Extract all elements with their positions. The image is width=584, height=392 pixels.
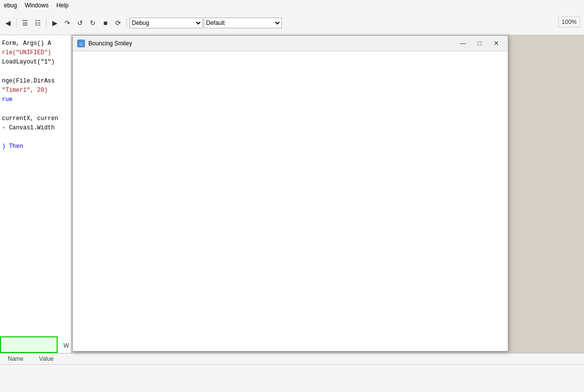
name-column-header: Name [0,354,31,363]
window-app-icon: ☺ [77,39,85,48]
window-titlebar[interactable]: ☺ Bouncing Smiley — □ ✕ [73,36,508,51]
default-dropdown[interactable]: Default [204,18,282,28]
step-out-button[interactable]: ↺ [74,17,86,29]
code-line-8 [2,104,69,114]
app-window: ☺ Bouncing Smiley — □ ✕ [72,35,508,351]
bottom-panel: Name Value [0,353,584,392]
outdent-button[interactable]: ☷ [32,17,43,29]
menu-windows[interactable]: Windows [21,1,53,10]
column-headers: Name Value [0,353,584,365]
menu-help[interactable]: Help [52,1,72,10]
reset-button[interactable]: ⟳ [112,17,124,29]
toolbar: ◀ ☰ ☷ ▶ ↷ ↺ ↻ ■ ⟳ Debug Default [0,11,584,35]
debug-dropdown[interactable]: Debug [129,18,203,28]
code-line-10: - Canvas1.Width [2,124,69,133]
green-highlight-box [0,336,58,353]
code-line-4 [2,67,69,77]
step-into-button[interactable]: ↷ [62,17,73,29]
restart-button[interactable]: ↻ [87,17,99,29]
minimize-button[interactable]: — [455,38,471,49]
separator-3 [126,18,127,28]
maximize-button[interactable]: □ [472,38,487,49]
menu-bar: ebug Windows Help [0,0,584,11]
code-line-12: ) Then [2,142,69,151]
w-label: W [63,342,69,349]
zoom-indicator: 100% [558,17,580,27]
svg-text:☺: ☺ [79,41,83,46]
code-line-7: rue [2,95,69,104]
close-button[interactable]: ✕ [488,38,504,49]
code-line-5: nge(File.DirAss [2,77,69,86]
stop-button[interactable]: ■ [100,17,111,29]
run-button[interactable]: ▶ [49,17,61,29]
window-title: Bouncing Smiley [88,40,455,47]
window-controls: — □ ✕ [455,38,504,49]
code-line-9: currentX, curren [2,114,69,124]
separator-1 [16,18,17,28]
value-column-header: Value [31,354,62,363]
code-line-11 [2,133,69,142]
code-line-3: LoadLayout("1") [2,58,69,67]
window-content [73,51,508,351]
code-line-6: "Timer1", 20) [2,86,69,95]
code-line-2: rle("UNIFIED") [2,48,69,58]
separator-2 [46,18,46,28]
indent-button[interactable]: ☰ [19,17,31,29]
menu-debug[interactable]: ebug [0,1,21,10]
back-button[interactable]: ◀ [2,17,14,29]
code-line-1: Form, Args() A [2,39,69,48]
